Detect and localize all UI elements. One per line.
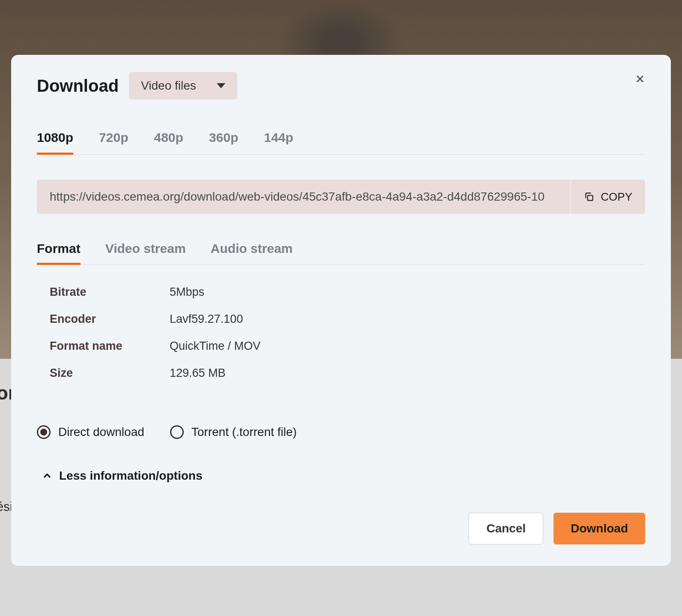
info-row-size: Size 129.65 MB bbox=[50, 360, 645, 387]
tab-480p[interactable]: 480p bbox=[154, 130, 183, 155]
format-info-table: Bitrate 5Mbps Encoder Lavf59.27.100 Form… bbox=[37, 279, 645, 387]
tab-720p[interactable]: 720p bbox=[99, 130, 128, 155]
info-key: Size bbox=[50, 367, 170, 380]
radio-label: Direct download bbox=[58, 425, 144, 439]
close-button[interactable] bbox=[630, 69, 650, 89]
url-copy-row: COPY bbox=[37, 180, 645, 214]
copy-button-label: COPY bbox=[601, 190, 632, 204]
toggle-label: Less information/options bbox=[59, 469, 202, 483]
radio-label: Torrent (.torrent file) bbox=[191, 425, 297, 439]
modal-title: Download bbox=[37, 76, 119, 96]
info-key: Bitrate bbox=[50, 285, 170, 299]
dropdown-selected-label: Video files bbox=[141, 79, 196, 93]
download-button[interactable]: Download bbox=[553, 513, 645, 544]
info-key: Encoder bbox=[50, 313, 170, 326]
info-val: Lavf59.27.100 bbox=[170, 313, 243, 326]
info-val: QuickTime / MOV bbox=[170, 340, 260, 353]
modal-footer: Cancel Download bbox=[37, 513, 645, 544]
detail-tabs: Format Video stream Audio stream bbox=[37, 241, 645, 265]
file-type-dropdown[interactable]: Video files bbox=[129, 72, 237, 99]
radio-icon bbox=[170, 425, 184, 439]
info-row-bitrate: Bitrate 5Mbps bbox=[50, 279, 645, 306]
resolution-tabs: 1080p 720p 480p 360p 144p bbox=[37, 130, 645, 155]
toggle-more-info[interactable]: Less information/options bbox=[37, 469, 202, 483]
radio-icon bbox=[37, 425, 51, 439]
cancel-button[interactable]: Cancel bbox=[469, 513, 543, 544]
info-row-format-name: Format name QuickTime / MOV bbox=[50, 333, 645, 360]
chevron-down-icon bbox=[217, 83, 225, 88]
copy-icon bbox=[583, 191, 595, 202]
tab-video-stream[interactable]: Video stream bbox=[105, 241, 186, 265]
svg-rect-0 bbox=[588, 195, 593, 201]
info-val: 129.65 MB bbox=[170, 367, 226, 380]
tab-1080p[interactable]: 1080p bbox=[37, 130, 73, 155]
info-val: 5Mbps bbox=[170, 285, 204, 299]
chevron-up-icon bbox=[41, 470, 53, 482]
tab-144p[interactable]: 144p bbox=[264, 130, 293, 155]
download-url-input[interactable] bbox=[37, 180, 570, 214]
info-key: Format name bbox=[50, 340, 170, 353]
download-method-radios: Direct download Torrent (.torrent file) bbox=[37, 425, 645, 439]
tab-360p[interactable]: 360p bbox=[209, 130, 238, 155]
tab-format[interactable]: Format bbox=[37, 241, 81, 265]
tab-audio-stream[interactable]: Audio stream bbox=[211, 241, 293, 265]
modal-header: Download Video files bbox=[37, 72, 645, 99]
close-icon bbox=[634, 73, 646, 85]
download-modal: Download Video files 1080p 720p 480p 360… bbox=[11, 55, 671, 566]
info-row-encoder: Encoder Lavf59.27.100 bbox=[50, 306, 645, 333]
radio-direct-download[interactable]: Direct download bbox=[37, 425, 144, 439]
radio-torrent[interactable]: Torrent (.torrent file) bbox=[170, 425, 297, 439]
copy-button[interactable]: COPY bbox=[570, 180, 645, 214]
